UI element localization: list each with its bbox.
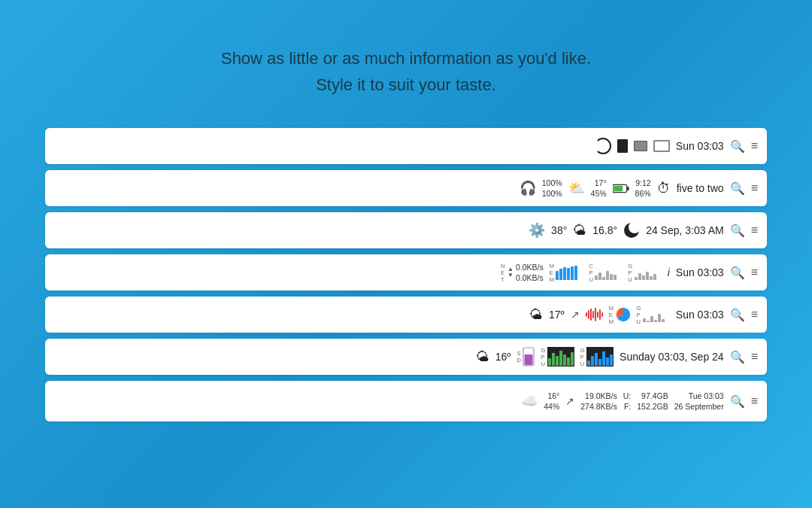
bar7-speeds: 19.0KB/s 274.8KB/s <box>580 391 617 412</box>
tagline-line2: Style it to suit your taste. <box>316 75 496 94</box>
bar-3: ⚙️ 38° 🌤 16.8° 24 Sep, 3:03 AM 🔍 ≡ <box>45 212 767 248</box>
svg-rect-18 <box>591 356 594 366</box>
mem-pie-section: M E M <box>609 305 631 325</box>
sun-weather-icon: 🌤 <box>529 307 543 323</box>
svg-rect-13 <box>563 354 566 366</box>
solid-rect-icon <box>617 139 628 153</box>
svg-rect-15 <box>571 352 574 366</box>
bar3-temp1: 38° <box>551 224 567 236</box>
fan-icon: ⚙️ <box>529 222 545 239</box>
bar-4: N E T ▲ ▼ 0.0KB/s 0.0KB/s M E M <box>45 254 767 291</box>
cloud-icon2: ☁️ <box>521 393 538 409</box>
bar5-search-icon[interactable]: 🔍 <box>730 308 745 322</box>
gpu-section2: G P U <box>541 347 574 367</box>
cpu-section: C P U <box>589 263 622 283</box>
gpu-chart3 <box>586 347 614 367</box>
bar-6: 🌤 16º S D G P U <box>45 339 767 375</box>
bar7-datetime: Tue 03:03 26 September <box>674 391 724 412</box>
waveform-icon <box>586 308 603 321</box>
spinner-icon <box>595 138 611 154</box>
mem-section: M E M <box>550 263 583 283</box>
bar7-content: ☁️ 16° 44% ↗ 19.0KB/s 274.8KB/s U: F: 97… <box>521 391 758 412</box>
svg-rect-22 <box>606 357 609 366</box>
bar6-menu-icon[interactable]: ≡ <box>751 350 758 364</box>
gpu-bar-chart <box>643 307 670 322</box>
gpu-section: G P U <box>628 263 661 283</box>
svg-rect-2 <box>614 186 623 192</box>
bar2-time: five to two <box>677 182 724 194</box>
sd-section: S D <box>517 347 535 367</box>
bar7-disk-values: 97.4GB 152.2GB <box>637 391 668 412</box>
bar6-datetime: Sunday 03:03, Sep 24 <box>620 351 724 363</box>
svg-rect-17 <box>587 360 590 366</box>
svg-rect-7 <box>525 354 533 365</box>
battery-icon <box>613 184 629 193</box>
bars-container: Sun 03:03 🔍 ≡ 🎧 100% 100% ⛅ 17° 45% <box>45 128 767 421</box>
bar1-search-icon[interactable]: 🔍 <box>730 139 745 154</box>
info-icon: i <box>668 266 670 278</box>
mem-pie-chart <box>615 307 630 322</box>
bar5-menu-icon[interactable]: ≡ <box>751 308 758 321</box>
bar1-time: Sun 03:03 <box>676 140 724 152</box>
svg-rect-9 <box>548 358 551 366</box>
gpu-chart2 <box>547 347 574 367</box>
bar7-search-icon[interactable]: 🔍 <box>730 394 745 409</box>
arrow-icon: ↗ <box>565 395 574 407</box>
weather-temp: 17° 45% <box>591 178 607 199</box>
svg-rect-1 <box>627 187 629 190</box>
bar5-time: Sun 03:03 <box>676 309 724 321</box>
bar1-content: Sun 03:03 🔍 ≡ <box>595 138 758 154</box>
bar2-content: 🎧 100% 100% ⛅ 17° 45% 9:12 86% ⏱ five to… <box>520 178 758 199</box>
outline-rect-icon <box>653 140 670 152</box>
svg-rect-14 <box>567 357 570 366</box>
gpu-chart <box>635 265 662 280</box>
bar1-menu-icon[interactable]: ≡ <box>751 139 758 153</box>
svg-rect-11 <box>556 356 559 366</box>
bar6-temp: 16º <box>495 351 511 363</box>
bar4-search-icon[interactable]: 🔍 <box>730 266 745 280</box>
bar4-time: Sun 03:03 <box>676 266 724 278</box>
net-speeds: 0.0KB/s 0.0KB/s <box>516 262 544 283</box>
bar4-menu-icon[interactable]: ≡ <box>751 266 758 279</box>
weather-cloud-icon: ⛅ <box>568 180 585 196</box>
headphone-icon: 🎧 <box>520 180 536 196</box>
sun-icon: 🌤 <box>476 349 489 365</box>
bar3-temp2: 16.8° <box>592 224 617 236</box>
bar2-menu-icon[interactable]: ≡ <box>751 181 758 195</box>
bar3-content: ⚙️ 38° 🌤 16.8° 24 Sep, 3:03 AM 🔍 ≡ <box>529 222 758 239</box>
svg-rect-23 <box>610 354 613 366</box>
bar-5: 🌤 17º ↗ M E M <box>45 297 767 333</box>
bar7-menu-icon[interactable]: ≡ <box>751 394 758 408</box>
gpu-bar-section: G P U <box>636 305 669 325</box>
tagline-line1: Show as little or as much information as… <box>221 49 591 68</box>
svg-rect-19 <box>595 353 598 366</box>
svg-rect-12 <box>559 351 562 366</box>
bar4-content: N E T ▲ ▼ 0.0KB/s 0.0KB/s M E M <box>501 262 758 283</box>
expand-icon: ↗ <box>571 309 580 321</box>
bar2-search-icon[interactable]: 🔍 <box>730 181 745 196</box>
svg-rect-20 <box>598 359 601 366</box>
battery-info: 9:12 86% <box>635 178 651 199</box>
headphone-pct: 100% 100% <box>542 178 562 199</box>
sd-bar <box>523 347 535 367</box>
bar5-temp: 17º <box>549 309 565 321</box>
gpu-section3: G P U <box>580 347 614 367</box>
bar3-search-icon[interactable]: 🔍 <box>730 224 745 238</box>
mem-chart <box>556 265 583 280</box>
net-section: N E T ▲ ▼ 0.0KB/s 0.0KB/s <box>501 262 544 283</box>
bar3-menu-icon[interactable]: ≡ <box>751 224 758 237</box>
bar7-disk-labels: U: F: <box>623 391 632 412</box>
moon-icon <box>623 222 640 239</box>
clock-icon: ⏱ <box>657 181 671 196</box>
svg-rect-10 <box>552 353 555 366</box>
bar-2: 🎧 100% 100% ⛅ 17° 45% 9:12 86% ⏱ five to… <box>45 170 767 206</box>
bar5-content: 🌤 17º ↗ M E M <box>529 305 758 325</box>
cloud-icon: 🌤 <box>573 223 586 239</box>
bar6-search-icon[interactable]: 🔍 <box>730 350 745 364</box>
bar-1: Sun 03:03 🔍 ≡ <box>45 128 767 164</box>
svg-rect-21 <box>602 351 605 366</box>
bar6-content: 🌤 16º S D G P U <box>476 347 758 367</box>
bar3-datetime: 24 Sep, 3:03 AM <box>646 224 724 236</box>
tagline: Show as little or as much information as… <box>221 0 591 98</box>
cpu-chart <box>595 265 622 280</box>
